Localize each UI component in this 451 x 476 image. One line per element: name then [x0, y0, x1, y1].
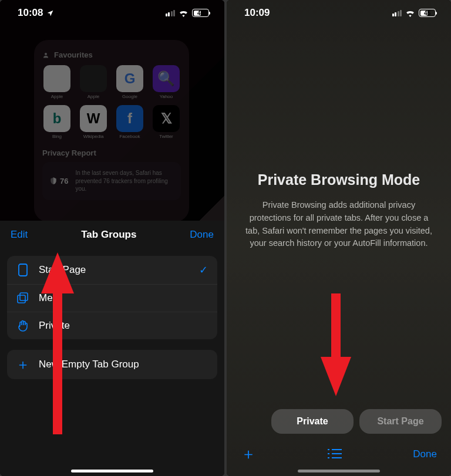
home-indicator[interactable]	[71, 470, 153, 472]
status-time: 10:09	[244, 7, 270, 19]
sheet-header: Edit Tab Groups Done	[0, 221, 224, 249]
list-icon[interactable]	[327, 445, 342, 463]
svg-rect-1	[19, 264, 27, 276]
wifi-icon	[179, 7, 189, 19]
plus-icon: ＋	[16, 357, 29, 372]
svg-rect-2	[18, 295, 25, 303]
svg-marker-13	[321, 357, 351, 396]
done-button[interactable]: Done	[413, 448, 437, 460]
tab-group-start-page[interactable]: Start Page ✓	[7, 256, 217, 285]
start-page-icon	[16, 264, 29, 276]
new-tab-group-row[interactable]: ＋ New Empty Tab Group	[7, 350, 217, 379]
wifi-icon	[405, 7, 415, 19]
cellular-icon	[166, 10, 176, 16]
start-page-pill[interactable]: Start Page	[359, 409, 442, 434]
sheet-title: Tab Groups	[81, 229, 136, 241]
private-pill[interactable]: Private	[271, 409, 354, 434]
bottom-toolbar: ＋ Done	[227, 444, 451, 464]
location-icon	[46, 7, 54, 19]
screenshot-right: 10:09 45 Private Browsing Mode Private B…	[227, 0, 451, 476]
tab-group-private[interactable]: Private	[7, 312, 217, 339]
status-bar: 10:08 46	[0, 0, 224, 26]
hand-icon	[16, 320, 29, 332]
battery-icon: 46	[192, 9, 209, 17]
new-tab-button[interactable]: ＋	[241, 444, 256, 464]
status-time: 10:08	[18, 7, 43, 19]
svg-marker-5	[41, 252, 74, 293]
tab-group-me[interactable]: Me	[7, 285, 217, 312]
screenshot-left: 10:08 46 Favourites AppleAppleGGoogle🔍Ya…	[0, 0, 224, 476]
home-indicator[interactable]	[298, 470, 380, 472]
private-mode-title: Private Browsing Mode	[243, 171, 435, 188]
edit-button[interactable]: Edit	[11, 229, 28, 241]
checkmark-icon: ✓	[199, 264, 208, 276]
svg-rect-3	[20, 293, 28, 301]
annotation-arrow	[40, 252, 75, 434]
tab-group-icon	[16, 292, 29, 304]
cellular-icon	[392, 10, 402, 16]
done-button[interactable]: Done	[190, 229, 214, 241]
battery-icon: 45	[419, 9, 436, 17]
private-mode-content: Private Browsing Mode Private Browsing a…	[227, 171, 451, 250]
annotation-arrow	[319, 293, 352, 396]
tab-group-list: Start Page ✓ Me Private	[7, 256, 217, 339]
status-bar: 10:09 45	[227, 0, 451, 26]
tab-group-pills[interactable]: Private Start Page	[227, 409, 451, 434]
tab-groups-sheet: Edit Tab Groups Done Start Page ✓ Me	[0, 221, 224, 476]
private-mode-description: Private Browsing adds additional privacy…	[243, 199, 435, 250]
